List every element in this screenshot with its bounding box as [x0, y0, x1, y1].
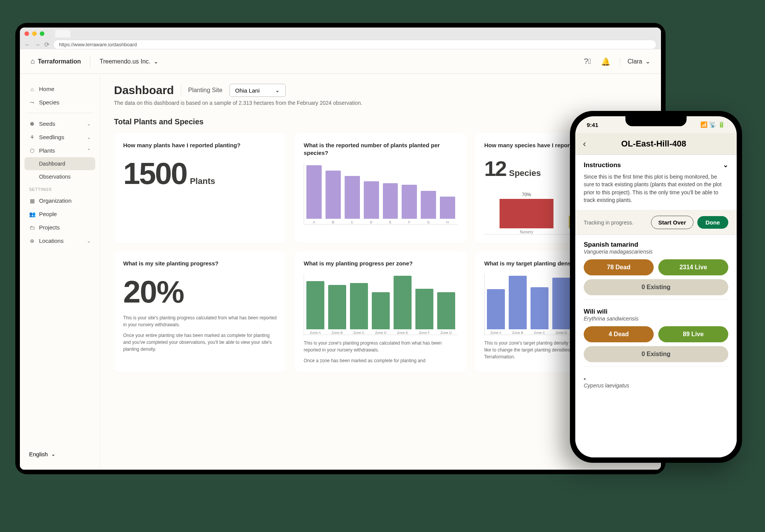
plants-icon: ⬡ [29, 148, 35, 154]
sidebar-item-locations[interactable]: ⊕Locations⌄ [24, 234, 95, 247]
wifi-icon: 📡 [709, 121, 716, 128]
window-minimize-icon[interactable] [32, 31, 37, 36]
stat-unit: Plants [190, 176, 215, 186]
species-common-name: Spanish tamarind [584, 241, 728, 249]
chevron-down-icon: ⌄ [87, 135, 91, 140]
chevron-down-icon: ⌄ [723, 161, 728, 169]
card-plants-reported: How many plants have I reported planting… [114, 133, 286, 243]
species-scientific-name: Erythrina sandwicensis [584, 316, 728, 322]
chevron-down-icon: ⌄ [87, 121, 91, 127]
help-icon[interactable]: ?⃝ [583, 57, 592, 66]
user-name: Clara [628, 58, 642, 65]
sidebar-item-dashboard[interactable]: Dashboard [24, 157, 95, 170]
card-per-species: What is the reported number of plants pl… [295, 133, 467, 243]
bar-chart-zones-green: Zone AZone BZone CZone DZone EZone FZone… [304, 274, 457, 335]
stat-unit: Species [509, 168, 541, 178]
battery-icon: 🔋 [718, 121, 725, 128]
sidebar-item-home[interactable]: ⌂Home [24, 82, 95, 96]
phone-frame: 9:41 📶 📡 🔋 ‹ OL-East-Hill-408 Instructio… [570, 111, 742, 463]
sidebar-item-seedlings[interactable]: ⚘Seedlings⌄ [24, 130, 95, 144]
bell-icon[interactable]: 🔔 [601, 57, 610, 66]
sidebar-item-people[interactable]: 👥People [24, 207, 95, 221]
start-over-button[interactable]: Start Over [651, 216, 693, 229]
species-block: Spanish tamarindVangueria madagascariens… [575, 235, 737, 302]
species-scientific-name: Vangueria madagascariensis [584, 249, 728, 255]
card-question: What is my planting progress per zone? [304, 260, 457, 267]
instructions-text: Since this is the first time this plot i… [584, 173, 728, 204]
sidebar-item-species[interactable]: ⤳Species [24, 96, 95, 109]
browser-chrome: ← → ⟳ https://www.terraware.io/dashboard [20, 28, 661, 49]
nav-forward-icon[interactable]: → [34, 41, 41, 48]
phone-screen: 9:41 📶 📡 🔋 ‹ OL-East-Hill-408 Instructio… [575, 116, 737, 457]
species-scientific-name: Cyperus laevigatus [584, 382, 728, 389]
site-selector[interactable]: Ohia Lani ⌄ [230, 84, 286, 97]
stat-value: 20% [123, 274, 277, 310]
live-pill[interactable]: 2314 Live [658, 259, 728, 275]
sidebar-item-plants[interactable]: ⬡Plants⌃ [24, 144, 95, 157]
sidebar-item-projects[interactable]: 🗀Projects [24, 221, 95, 234]
done-button[interactable]: Done [697, 216, 729, 229]
settings-header: SETTINGS [24, 183, 95, 194]
chevron-down-icon: ⌄ [275, 87, 280, 94]
sidebar-item-observations[interactable]: Observations [24, 170, 95, 183]
card-text: This is your site's planting progress ca… [123, 314, 277, 328]
dead-pill[interactable]: 4 Dead [584, 326, 654, 342]
location-icon: ⊕ [29, 238, 35, 244]
people-icon: 👥 [29, 211, 35, 217]
window-close-icon[interactable] [24, 31, 29, 36]
window-maximize-icon[interactable] [40, 31, 44, 36]
species-icon: ⤳ [29, 99, 35, 106]
tracking-label: Tracking in progress. [584, 220, 633, 226]
org-selector[interactable]: Treemendo.us Inc. ⌄ [99, 58, 158, 65]
card-question: How many plants have I reported planting… [123, 142, 277, 149]
laptop-screen: ← → ⟳ https://www.terraware.io/dashboard… [20, 28, 661, 470]
sidebar: ⌂Home ⤳Species ✽Seeds⌄ ⚘Seedlings⌄ ⬡Plan… [20, 74, 100, 470]
page-title: Dashboard [114, 84, 174, 97]
laptop-frame: ← → ⟳ https://www.terraware.io/dashboard… [15, 23, 666, 474]
nav-back-icon[interactable]: ← [24, 41, 31, 48]
nav-reload-icon[interactable]: ⟳ [44, 41, 49, 48]
species-block: -Cyperus laevigatus [575, 369, 737, 395]
org-icon: ▦ [29, 198, 35, 204]
existing-pill[interactable]: 0 Existing [584, 279, 728, 295]
card-question: What is the reported number of plants pl… [304, 142, 457, 156]
chevron-down-icon: ⌄ [153, 58, 158, 65]
logo-icon: ⌂ [31, 57, 35, 65]
browser-tab[interactable] [55, 30, 70, 37]
stat-value: 12 [484, 156, 506, 181]
sidebar-item-seeds[interactable]: ✽Seeds⌄ [24, 117, 95, 130]
section-title: Total Plants and Species [114, 117, 647, 126]
bar-chart-species: ABCDEFGH [304, 163, 457, 225]
chevron-down-icon: ⌄ [645, 58, 650, 65]
species-common-name: - [584, 375, 728, 382]
org-name: Treemendo.us Inc. [99, 58, 150, 65]
app-header: ⌂ Terraformation Treemendo.us Inc. ⌄ ?⃝ … [20, 49, 661, 74]
chevron-up-icon: ⌃ [87, 148, 91, 153]
card-text: Once your entire planting site has been … [123, 332, 277, 353]
brand-text: Terraformation [38, 58, 81, 65]
url-bar[interactable]: https://www.terraware.io/dashboard [53, 40, 656, 49]
seedlings-icon: ⚘ [29, 134, 35, 140]
signal-icon: 📶 [700, 121, 708, 128]
brand-logo[interactable]: ⌂ Terraformation [31, 57, 81, 65]
status-time: 9:41 [587, 122, 598, 128]
card-zone-progress: What is my planting progress per zone? Z… [295, 251, 467, 373]
stat-value: 1500 [123, 156, 187, 191]
tracking-progress-row: Tracking in progress. Start Over Done [575, 210, 737, 235]
instructions-section: Instructions ⌄ Since this is the first t… [575, 155, 737, 210]
chevron-down-icon: ⌄ [87, 238, 91, 244]
instructions-toggle[interactable]: Instructions ⌄ [584, 161, 728, 169]
dashboard-subtext: The data on this dashboard is based on a… [114, 100, 647, 106]
seeds-icon: ✽ [29, 121, 35, 127]
language-selector[interactable]: English⌄ [24, 447, 95, 461]
user-menu[interactable]: Clara ⌄ [620, 58, 650, 65]
sidebar-item-organization[interactable]: ▦Organization [24, 194, 95, 207]
live-pill[interactable]: 89 Live [658, 326, 728, 342]
site-label: Planting Site [188, 87, 223, 94]
back-icon[interactable]: ‹ [583, 138, 586, 149]
site-value: Ohia Lani [235, 87, 260, 94]
existing-pill[interactable]: 0 Existing [584, 346, 728, 362]
species-block: Wili wiliErythrina sandwicensis4 Dead89 … [575, 302, 737, 369]
card-text: Once a zone has been marked as complete … [304, 357, 457, 364]
dead-pill[interactable]: 78 Dead [584, 259, 654, 275]
